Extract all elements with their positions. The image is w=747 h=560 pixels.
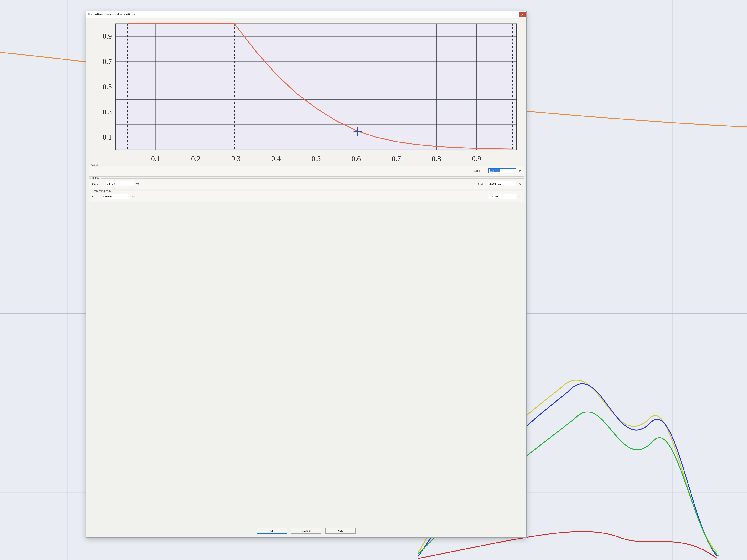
svg-text:0.5: 0.5 [103,83,112,91]
dialog-title: Force/Response window settings [88,12,519,16]
force-response-settings-dialog: Force/Response window settings ✕ 0.10.30… [86,11,526,538]
help-button[interactable]: Help [326,528,356,534]
flattop-start-unit: % [136,182,138,185]
flattop-stop-input[interactable] [488,181,516,186]
svg-text:0.3: 0.3 [231,154,240,163]
flattop-start-label: Start: [92,182,104,185]
window-stop-label: Stop: [474,169,486,172]
svg-text:0.9: 0.9 [472,154,481,163]
close-icon: ✕ [521,14,523,16]
svg-text:0.8: 0.8 [432,154,441,163]
svg-text:0.6: 0.6 [352,154,361,163]
decreasing-y-label: Y: [478,195,486,198]
window-stop-unit: % [519,169,521,172]
svg-text:0.3: 0.3 [103,108,112,116]
dialog-button-row: OK Cancel Help [89,526,524,536]
svg-text:0.2: 0.2 [191,154,201,163]
close-button[interactable]: ✕ [519,12,526,18]
ok-button[interactable]: OK [257,528,287,534]
decreasing-x-input[interactable] [102,194,130,199]
flattop-group-legend: FlatTop [91,177,101,180]
flattop-start-input[interactable] [106,181,134,186]
window-group: Window Stop: % [89,166,524,177]
window-preview-chart[interactable]: 0.10.30.50.70.90.10.20.30.40.50.60.70.80… [89,19,524,164]
window-group-legend: Window [91,164,102,167]
decreasing-x-label: X: [92,195,99,198]
cancel-button[interactable]: Cancel [291,528,321,534]
decreasing-point-group: Decreasing point X: % Y: % [89,191,524,202]
svg-text:0.5: 0.5 [312,154,321,163]
svg-text:0.1: 0.1 [151,154,160,163]
svg-text:0.7: 0.7 [392,154,401,163]
decreasing-point-legend: Decreasing point [91,189,112,192]
decreasing-y-unit: % [519,195,521,198]
decreasing-x-unit: % [132,195,134,198]
window-stop-input[interactable] [488,168,516,173]
svg-text:0.9: 0.9 [103,32,112,41]
decreasing-y-input[interactable] [488,194,516,199]
flattop-group: FlatTop Start: % Stop % [89,178,524,189]
svg-text:0.7: 0.7 [103,57,112,66]
flattop-stop-label: Stop [478,182,486,185]
dialog-titlebar[interactable]: Force/Response window settings ✕ [86,11,526,18]
svg-text:0.4: 0.4 [272,154,281,163]
svg-text:0.1: 0.1 [103,133,112,141]
flattop-stop-unit: % [519,182,521,185]
